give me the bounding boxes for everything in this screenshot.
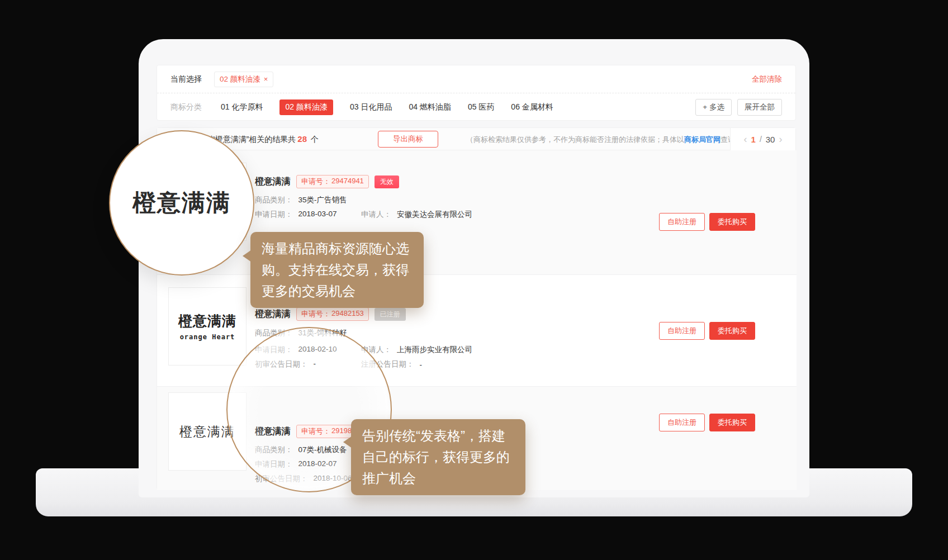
current-selection-label: 当前选择 [170, 74, 202, 84]
current-selection-row: 当前选择 02 颜料油漆 × 全部清除 [157, 65, 795, 93]
callout-trade-resources: 海量精品商标资源随心选 购。支持在线交易，获得 更多的交易机会 [250, 232, 424, 308]
selected-filter-tag[interactable]: 02 颜料油漆 × [214, 72, 273, 87]
page-separator: / [760, 135, 762, 144]
trademark-image-text: 橙意满满 [179, 423, 235, 440]
trademark-title-line: 橙意满满 申请号： 29482153 已注册 [255, 307, 406, 321]
field-label: 商品类别： [255, 195, 293, 205]
page-prev-icon[interactable]: ‹ [744, 134, 747, 144]
results-count-unit: 个 [311, 135, 319, 144]
self-register-button[interactable]: 自助注册 [659, 414, 705, 431]
remove-filter-icon[interactable]: × [264, 75, 268, 83]
date-applicant-field: 申请日期： 2018-03-07 申请人： 安徽美达会展有限公司 [255, 210, 472, 220]
field-value: - [420, 360, 423, 369]
callout-line: 自己的标行，获得更多的 [362, 447, 514, 468]
field-value: 安徽美达会展有限公司 [397, 210, 472, 220]
callout-line: 购。支持在线交易，获得 [262, 259, 413, 281]
callout-line: 告别传统“发表格”，搭建 [362, 425, 514, 447]
results-count: 28 [297, 134, 307, 144]
field-value: 上海雨步实业有限公司 [397, 345, 472, 355]
row-actions: 自助注册 委托购买 [659, 213, 755, 231]
entrust-purchase-button[interactable]: 委托购买 [709, 322, 755, 340]
callout-line: 推广机会 [362, 468, 514, 489]
trademark-image-subtext: orange Heart [180, 333, 235, 341]
entrust-purchase-button[interactable]: 委托购买 [709, 213, 755, 231]
category-item-03[interactable]: 03 日化用品 [350, 102, 392, 112]
category-item-05[interactable]: 05 医药 [468, 102, 494, 112]
self-register-button[interactable]: 自助注册 [659, 213, 705, 231]
filter-card: 当前选择 02 颜料油漆 × 全部清除 商标分类 01 化学原料 02 颜料油漆… [157, 65, 796, 121]
category-item-02-selected[interactable]: 02 颜料油漆 [279, 99, 333, 115]
trademark-name: 橙意满满 [255, 309, 291, 320]
application-number-value: 29474941 [331, 177, 364, 187]
category-list: 01 化学原料 02 颜料油漆 03 日化用品 04 燃料油脂 05 医药 06… [221, 99, 553, 115]
clear-all-button[interactable]: 全部清除 [752, 74, 782, 84]
field-value: 35类-广告销售 [298, 195, 347, 205]
export-trademarks-button[interactable]: 导出商标 [378, 131, 438, 148]
application-number-tag: 申请号： 29482153 [296, 307, 369, 321]
disclaimer-text: （商标检索结果仅供参考，不作为商标能否注册的法律依据；具体以 [466, 135, 684, 144]
application-number-value: 29482153 [331, 309, 364, 319]
page-total: 30 [766, 135, 775, 144]
application-number-tag: 申请号： 29474941 [296, 175, 369, 188]
application-number-label: 申请号： [301, 309, 330, 319]
status-badge-invalid: 无效 [375, 175, 399, 188]
page: 当前选择 02 颜料油漆 × 全部清除 商标分类 01 化学原料 02 颜料油漆… [0, 0, 948, 560]
self-register-button[interactable]: 自助注册 [659, 322, 705, 340]
callout-promotion: 告别传统“发表格”，搭建 自己的标行，获得更多的 推广机会 [351, 419, 525, 495]
entrust-purchase-button[interactable]: 委托购买 [709, 414, 755, 431]
trademark-image-2[interactable]: 橙意满满 orange Heart [168, 287, 247, 366]
category-row-label: 商标分类 [170, 102, 202, 112]
selected-filter-tag-label: 02 颜料油漆 [220, 74, 260, 84]
category-row: 商标分类 01 化学原料 02 颜料油漆 03 日化用品 04 燃料油脂 05 … [157, 93, 795, 121]
callout-line: 海量精品商标资源随心选 [262, 238, 413, 259]
filter-buttons: + 多选 展开全部 [695, 99, 782, 116]
multi-select-button[interactable]: + 多选 [695, 99, 732, 116]
magnifier-circle-zoomed-trademark: 橙意满满 [109, 130, 254, 276]
field-label: 申请人： [361, 210, 391, 220]
trademark-name: 橙意满满 [255, 176, 291, 188]
category-item-01[interactable]: 01 化学原料 [221, 102, 263, 112]
row-actions: 自助注册 委托购买 [659, 414, 755, 431]
callout-line: 更多的交易机会 [262, 281, 413, 302]
trademark-image-text: 橙意满满 [178, 312, 236, 330]
trademark-office-link[interactable]: 商标局官网 [684, 135, 721, 144]
category-item-06[interactable]: 06 金属材料 [511, 102, 553, 112]
page-next-icon[interactable]: › [779, 134, 782, 144]
expand-all-button[interactable]: 展开全部 [737, 99, 782, 116]
magnified-trademark-text: 橙意满满 [132, 187, 231, 219]
pagination: ‹ 1 / 30 › [730, 128, 795, 150]
results-disclaimer: （商标检索结果仅供参考，不作为商标能否注册的法律依据；具体以商标局官网查询为准。… [466, 135, 764, 145]
page-current: 1 [751, 135, 756, 144]
row-actions: 自助注册 委托购买 [659, 322, 755, 340]
results-header: 检索到“橙意满满”相关的结果共28 个 导出商标 （商标检索结果仅供参考，不作为… [157, 128, 795, 150]
trademark-title-line: 橙意满满 申请号： 29474941 无效 [255, 175, 399, 188]
field-label: 申请日期： [255, 210, 293, 220]
application-number-label: 申请号： [301, 177, 330, 187]
category-item-04[interactable]: 04 燃料油脂 [409, 102, 451, 112]
category-field: 商品类别： 35类-广告销售 [255, 195, 347, 205]
status-badge-registered: 已注册 [375, 308, 406, 321]
field-value: 2018-03-07 [298, 210, 337, 220]
